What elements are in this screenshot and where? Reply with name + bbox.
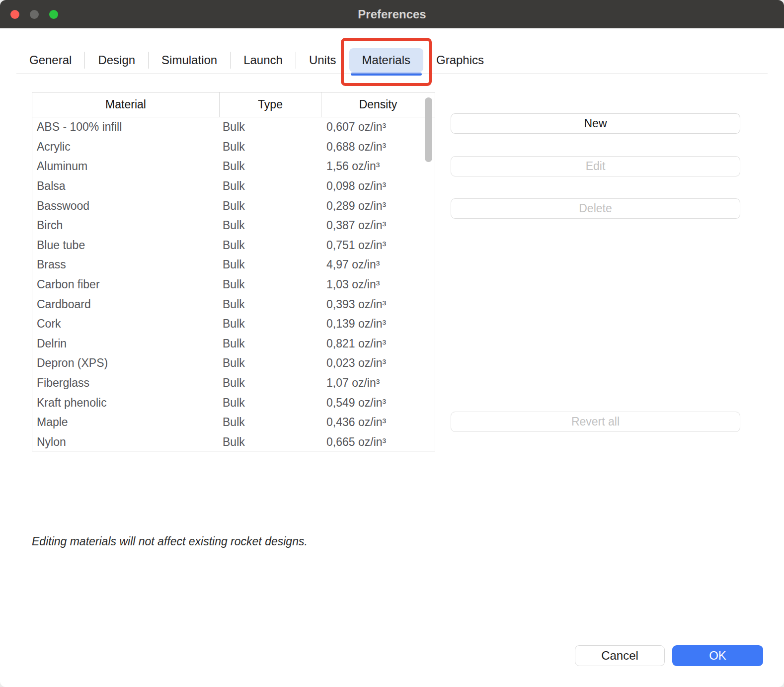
cell-type: Bulk <box>219 376 321 390</box>
table-row[interactable]: Nylon Bulk 0,665 oz/in³ <box>32 432 435 452</box>
cell-material: Blue tube <box>32 239 219 252</box>
cell-type: Bulk <box>219 278 321 291</box>
cell-material: Cork <box>32 317 219 331</box>
minimize-window-icon[interactable] <box>30 10 39 19</box>
tab-bar: General Design Simulation Launch Units M… <box>16 46 768 74</box>
preferences-window: Preferences General Design Simulation La… <box>0 0 784 687</box>
cell-type: Bulk <box>219 239 321 252</box>
tab-design[interactable]: Design <box>85 48 148 72</box>
window-title: Preferences <box>358 7 426 21</box>
cell-type: Bulk <box>219 120 321 134</box>
cell-density: 0,289 oz/in³ <box>321 199 435 213</box>
cell-density: 1,56 oz/in³ <box>321 160 435 173</box>
cell-density: 1,07 oz/in³ <box>321 376 435 390</box>
table-header-row: Material Type Density <box>32 92 435 117</box>
close-window-icon[interactable] <box>10 10 19 19</box>
cell-density: 0,387 oz/in³ <box>321 219 435 232</box>
cell-density: 0,393 oz/in³ <box>321 298 435 311</box>
cell-density: 0,098 oz/in³ <box>321 179 435 193</box>
new-button[interactable]: New <box>451 113 740 134</box>
tab-graphics[interactable]: Graphics <box>423 48 497 72</box>
tabbar-divider-line <box>16 74 768 74</box>
table-row[interactable]: Blue tube Bulk 0,751 oz/in³ <box>32 236 435 256</box>
cell-type: Bulk <box>219 396 321 410</box>
ok-button[interactable]: OK <box>672 645 763 666</box>
cell-material: Basswood <box>32 199 219 213</box>
table-row[interactable]: Brass Bulk 4,97 oz/in³ <box>32 255 435 275</box>
column-header-material[interactable]: Material <box>32 92 219 117</box>
delete-button[interactable]: Delete <box>451 198 740 219</box>
cell-material: Fiberglass <box>32 376 219 390</box>
cell-type: Bulk <box>219 160 321 173</box>
cell-material: Aluminum <box>32 160 219 173</box>
cell-type: Bulk <box>219 416 321 429</box>
column-header-type[interactable]: Type <box>219 92 321 117</box>
edit-button[interactable]: Edit <box>451 156 740 176</box>
cell-material: Nylon <box>32 435 219 449</box>
materials-list: ABS - 100% infill Bulk 0,607 oz/in³ Acry… <box>32 117 435 451</box>
cell-material: Brass <box>32 258 219 271</box>
table-row[interactable]: Acrylic Bulk 0,688 oz/in³ <box>32 137 435 157</box>
table-row[interactable]: Delrin Bulk 0,821 oz/in³ <box>32 334 435 354</box>
cell-type: Bulk <box>219 219 321 232</box>
cell-material: Acrylic <box>32 140 219 154</box>
cell-type: Bulk <box>219 356 321 370</box>
table-row[interactable]: Cardboard Bulk 0,393 oz/in³ <box>32 294 435 314</box>
cell-type: Bulk <box>219 258 321 271</box>
materials-edit-note: Editing materials will not affect existi… <box>32 535 308 548</box>
cell-material: Depron (XPS) <box>32 356 219 370</box>
cell-material: Delrin <box>32 337 219 350</box>
cell-density: 0,607 oz/in³ <box>321 120 435 134</box>
zoom-window-icon[interactable] <box>49 10 58 19</box>
table-row[interactable]: Aluminum Bulk 1,56 oz/in³ <box>32 157 435 176</box>
cell-type: Bulk <box>219 199 321 213</box>
cell-density: 0,688 oz/in³ <box>321 140 435 154</box>
tab-general[interactable]: General <box>16 48 84 72</box>
table-scrollbar-thumb[interactable] <box>425 97 432 162</box>
cell-material: Carbon fiber <box>32 278 219 291</box>
table-row[interactable]: Cork Bulk 0,139 oz/in³ <box>32 314 435 334</box>
cell-density: 0,023 oz/in³ <box>321 356 435 370</box>
table-row[interactable]: Depron (XPS) Bulk 0,023 oz/in³ <box>32 353 435 373</box>
cell-density: 4,97 oz/in³ <box>321 258 435 271</box>
table-row[interactable]: Basswood Bulk 0,289 oz/in³ <box>32 196 435 216</box>
cell-material: Balsa <box>32 179 219 193</box>
cancel-button[interactable]: Cancel <box>575 645 665 666</box>
cell-material: Birch <box>32 219 219 232</box>
cell-density: 0,751 oz/in³ <box>321 239 435 252</box>
traffic-lights <box>10 0 58 28</box>
tab-units[interactable]: Units <box>296 48 349 72</box>
tab-simulation[interactable]: Simulation <box>149 48 230 72</box>
cell-type: Bulk <box>219 337 321 350</box>
table-row[interactable]: Birch Bulk 0,387 oz/in³ <box>32 216 435 236</box>
tab-launch[interactable]: Launch <box>231 48 296 72</box>
cell-type: Bulk <box>219 298 321 311</box>
table-row[interactable]: Maple Bulk 0,436 oz/in³ <box>32 413 435 432</box>
cell-density: 0,549 oz/in³ <box>321 396 435 410</box>
table-row[interactable]: Fiberglass Bulk 1,07 oz/in³ <box>32 373 435 393</box>
cell-material: Cardboard <box>32 298 219 311</box>
cell-material: ABS - 100% infill <box>32 120 219 134</box>
cell-material: Kraft phenolic <box>32 396 219 410</box>
cell-type: Bulk <box>219 140 321 154</box>
cell-density: 0,436 oz/in³ <box>321 416 435 429</box>
table-row[interactable]: Kraft phenolic Bulk 0,549 oz/in³ <box>32 393 435 413</box>
revert-all-button[interactable]: Revert all <box>451 412 740 432</box>
cell-material: Maple <box>32 416 219 429</box>
column-header-density[interactable]: Density <box>321 92 435 117</box>
tab-materials[interactable]: Materials <box>349 48 423 72</box>
cell-density: 0,139 oz/in³ <box>321 317 435 331</box>
cell-type: Bulk <box>219 317 321 331</box>
titlebar: Preferences <box>0 0 784 28</box>
table-row[interactable]: Balsa Bulk 0,098 oz/in³ <box>32 176 435 196</box>
materials-table: Material Type Density ABS - 100% infill … <box>32 92 435 451</box>
cell-density: 1,03 oz/in³ <box>321 278 435 291</box>
cell-density: 0,665 oz/in³ <box>321 435 435 449</box>
cell-density: 0,821 oz/in³ <box>321 337 435 350</box>
table-row[interactable]: ABS - 100% infill Bulk 0,607 oz/in³ <box>32 117 435 137</box>
cell-type: Bulk <box>219 179 321 193</box>
table-row[interactable]: Carbon fiber Bulk 1,03 oz/in³ <box>32 275 435 295</box>
tab-materials-label: Materials <box>362 53 410 67</box>
cell-type: Bulk <box>219 435 321 449</box>
